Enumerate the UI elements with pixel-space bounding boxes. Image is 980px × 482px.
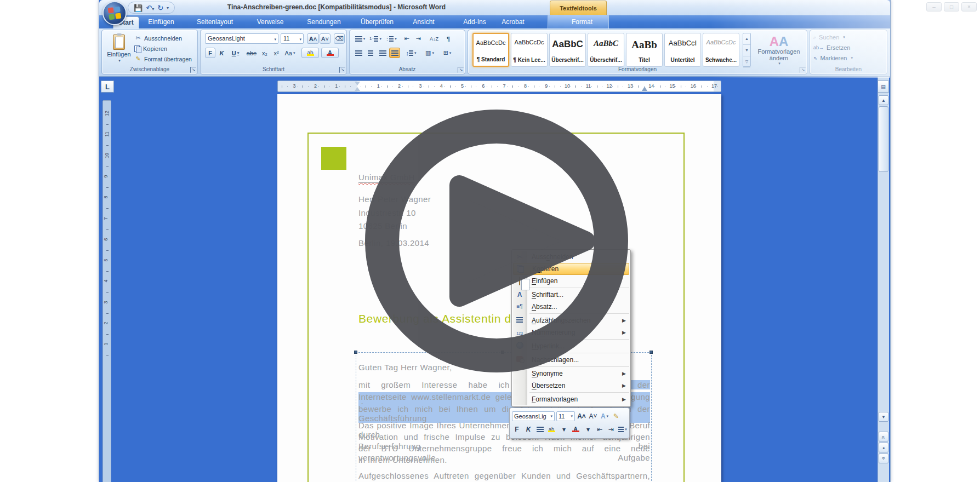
line-spacing-button[interactable]: ↕▾	[403, 48, 419, 58]
dialog-launcher-absatz[interactable]: ↘	[458, 67, 464, 73]
font-name-combo[interactable]: GeosansLight▾	[205, 33, 278, 44]
scroll-down-icon[interactable]: ▼	[879, 412, 888, 422]
gallery-down-icon[interactable]: ▼	[743, 45, 750, 56]
mini-grow-font-button[interactable]: A˄	[577, 411, 586, 422]
show-paragraph-marks-button[interactable]: ¶	[443, 33, 454, 44]
tab-einfügen[interactable]: Einfügen	[142, 16, 180, 28]
mini-bullets-button[interactable]: ▾	[618, 424, 628, 435]
change-case-button[interactable]: Aa▾	[282, 48, 298, 58]
context-menu-item-kopieren[interactable]: Kopieren	[513, 263, 629, 275]
mini-italic-button[interactable]: K	[523, 424, 533, 435]
bullets-button[interactable]: ▾	[353, 33, 367, 44]
borders-button[interactable]: ⊞▾	[440, 48, 455, 58]
indent-markers-icon[interactable]	[355, 82, 360, 91]
context-menu-item-synonyme[interactable]: Synonyme▶	[512, 368, 630, 380]
mini-center-button[interactable]	[535, 424, 545, 435]
style-schwache[interactable]: AaBbCcDcSchwache...	[703, 33, 739, 67]
shading-button[interactable]: ▥▾	[422, 48, 437, 58]
close-icon[interactable]: ×	[961, 2, 977, 12]
context-menu-item-aufzählungszeichen[interactable]: Aufzählungszeichen▶	[512, 314, 630, 326]
superscript-button[interactable]: x²	[271, 48, 282, 58]
tab-seitenlayout[interactable]: Seitenlayout	[184, 16, 246, 28]
context-menu-item-übersetzen[interactable]: Übersetzen▶	[512, 380, 630, 392]
maximize-icon[interactable]: □	[944, 2, 959, 12]
vertical-scrollbar[interactable]: ▲ ▼ « ● «	[878, 77, 889, 482]
justify-button[interactable]	[389, 48, 400, 58]
tab-stop-selector[interactable]: L	[101, 81, 114, 93]
highlight-button[interactable]: ab	[301, 48, 319, 58]
multilevel-list-button[interactable]: ⋮▾	[384, 33, 398, 44]
change-styles-button[interactable]: AA Formatvorlagen ändern▾	[754, 32, 804, 68]
styles-gallery-scroll[interactable]: ▲ ▼ ▽	[743, 33, 751, 67]
mini-highlight-button[interactable]: ab	[546, 424, 556, 435]
style-titel[interactable]: AaBbTitel	[626, 33, 663, 67]
align-center-button[interactable]	[365, 48, 376, 58]
mini-font-color-button[interactable]: A	[571, 424, 580, 435]
style-untertitel[interactable]: AaBbCcIUntertitel	[664, 33, 701, 67]
strikethrough-button[interactable]: abe	[245, 48, 258, 58]
style-überschrif[interactable]: AaBbCÜberschrif...	[549, 33, 586, 67]
textbox-handle[interactable]	[354, 351, 357, 354]
right-indent-icon[interactable]	[642, 84, 647, 91]
paste-button[interactable]: Einfügen▾	[106, 32, 132, 67]
context-menu-item-schriftart[interactable]: ASchriftart...	[512, 289, 630, 301]
copy-button[interactable]: Kopieren	[134, 44, 197, 53]
format-painter-button[interactable]: ✎ Format übertragen	[134, 54, 198, 64]
textbox-handle[interactable]	[501, 351, 504, 354]
mini-font-color-dropdown-icon[interactable]: ▾	[583, 424, 593, 435]
office-button[interactable]	[102, 1, 127, 25]
increase-indent-button[interactable]: ⇥	[413, 33, 424, 44]
context-menu-item-ausschneiden[interactable]: ✂Ausschneiden	[512, 251, 630, 263]
tab-sendungen[interactable]: Sendungen	[298, 16, 350, 28]
mini-highlight-dropdown-icon[interactable]: ▾	[559, 424, 569, 435]
style-überschrif[interactable]: AaBbCÜberschrif...	[588, 33, 624, 67]
dialog-launcher-schriftart[interactable]: ↘	[339, 67, 345, 73]
mini-increase-indent-button[interactable]: ⇥	[606, 424, 616, 435]
context-menu-item-absatz[interactable]: ≡¶Absatz...	[512, 301, 630, 313]
tab-acrobat[interactable]: Acrobat	[495, 16, 531, 28]
ruler-toggle-button[interactable]: ▤	[878, 81, 889, 93]
mini-font-size-combo[interactable]: 11▾	[556, 411, 575, 421]
ersetzen-button[interactable]: ab→Ersetzen	[813, 43, 850, 53]
previous-page-icon[interactable]: «	[879, 432, 888, 441]
document-page[interactable]: Unimax GmbHHerr Peter WagnerIndustriestr…	[277, 94, 721, 482]
cut-button[interactable]: ✂ Ausschneiden	[134, 33, 197, 43]
tab-überprüfen[interactable]: Überprüfen	[354, 16, 401, 28]
markieren-button[interactable]: ⇖Markieren▾	[813, 53, 853, 63]
style-standard[interactable]: AaBbCcDc¶ Standard	[472, 33, 509, 67]
context-menu-item-einfügen[interactable]: Einfügen	[512, 275, 630, 287]
sort-button[interactable]: A↓Z	[428, 33, 441, 44]
context-menu-item-nummerierung[interactable]: 123Nummerierung▶	[512, 326, 630, 338]
tab-add-ins[interactable]: Add-Ins	[458, 16, 492, 28]
scroll-up-icon[interactable]: ▲	[879, 95, 888, 105]
align-left-button[interactable]	[353, 48, 364, 58]
grow-font-button[interactable]: A˄	[307, 33, 319, 44]
textbox-handle[interactable]	[649, 351, 653, 354]
mini-shrink-font-button[interactable]: A˅	[588, 411, 598, 422]
mini-bold-button[interactable]: F	[512, 424, 522, 435]
numbering-button[interactable]: 1⁃▾	[368, 33, 383, 44]
font-color-button[interactable]: A	[321, 48, 339, 58]
select-browse-object-icon[interactable]: ●	[879, 443, 888, 452]
align-right-button[interactable]	[377, 48, 388, 58]
underline-button[interactable]: U▾	[228, 48, 243, 58]
tab-verweise[interactable]: Verweise	[249, 16, 291, 28]
context-menu-item-nachschlagen[interactable]: Nachschlagen...	[512, 354, 630, 366]
italic-button[interactable]: K	[216, 48, 227, 58]
bold-button[interactable]: F	[205, 48, 215, 58]
mini-font-name-combo[interactable]: GeosansLig▾	[512, 411, 555, 421]
minimize-icon[interactable]: –	[926, 2, 942, 12]
suchen-button[interactable]: ⌕Suchen▾	[813, 32, 845, 42]
clear-formatting-button[interactable]: ⌫	[334, 33, 345, 44]
context-menu-item-hyperlink[interactable]: Hyperlink...	[512, 340, 630, 352]
shrink-font-button[interactable]: A˅	[320, 33, 331, 44]
font-size-combo[interactable]: 11▾	[281, 33, 304, 44]
dialog-launcher-formatvorlagen[interactable]: ↘	[800, 67, 806, 73]
subscript-button[interactable]: x₂	[259, 48, 270, 58]
mini-styles-button[interactable]: A▾	[600, 411, 609, 422]
horizontal-ruler[interactable]: 3211234567891011121314151617	[277, 81, 721, 92]
context-menu-item-formatvorlagen[interactable]: Formatvorlagen▶	[512, 393, 630, 405]
dialog-launcher-zwischenablage[interactable]: ↘	[190, 67, 196, 73]
mini-decrease-indent-button[interactable]: ⇤	[595, 424, 605, 435]
style-kein-lee[interactable]: AaBbCcDc¶ Kein Lee...	[511, 33, 548, 67]
